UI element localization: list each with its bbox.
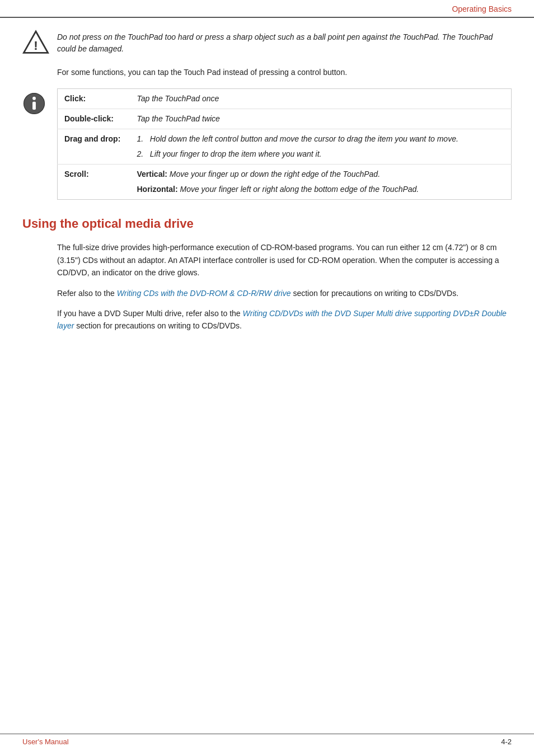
scroll-horizontal: Horizontal: Move your finger left or rig…: [137, 184, 505, 195]
label-drag-drop: Drag and drop:: [58, 129, 130, 165]
value-scroll: Vertical: Move your finger up or down th…: [130, 165, 512, 200]
value-click: Tap the TouchPad once: [130, 89, 512, 109]
svg-point-3: [32, 97, 36, 100]
table-row: Double-click: Tap the TouchPad twice: [58, 109, 512, 129]
page-container: Operating Basics ! Do not press on the T…: [0, 0, 534, 756]
scroll-vertical: Vertical: Move your finger up or down th…: [137, 168, 505, 180]
label-scroll: Scroll:: [58, 165, 130, 200]
svg-rect-4: [32, 102, 36, 110]
footer: User's Manual 4-2: [0, 734, 534, 746]
vertical-label: Vertical:: [137, 170, 167, 179]
drag-step2: 2. Lift your finger to drop the item whe…: [137, 148, 505, 160]
body-para-2: Refer also to the Writing CDs with the D…: [57, 287, 512, 299]
content-area: ! Do not press on the TouchPad too hard …: [0, 18, 534, 363]
touchpad-table: Click: Tap the TouchPad once Double-clic…: [57, 88, 512, 200]
para2-pre: Refer also to the: [57, 289, 117, 298]
table-row: Scroll: Vertical: Move your finger up or…: [58, 165, 512, 200]
horizontal-label: Horizontal:: [137, 185, 178, 194]
warning-icon: !: [22, 29, 49, 56]
label-click: Click:: [58, 89, 130, 109]
para2-link[interactable]: Writing CDs with the DVD-ROM & CD-R/RW d…: [117, 289, 291, 298]
warning-text: Do not press on the TouchPad too hard or…: [57, 29, 512, 55]
para3-pre: If you have a DVD Super Multi drive, ref…: [57, 309, 243, 318]
table-row: Click: Tap the TouchPad once: [58, 89, 512, 109]
info-icon-cell: [22, 88, 57, 117]
vertical-text: Move your finger up or down the right ed…: [167, 170, 380, 179]
footer-left: User's Manual: [22, 738, 69, 746]
header-title: Operating Basics: [452, 4, 512, 13]
body-para-3: If you have a DVD Super Multi drive, ref…: [57, 307, 512, 332]
header-bar: Operating Basics: [0, 0, 534, 18]
touchpad-table-wrapper: Click: Tap the TouchPad once Double-clic…: [22, 88, 512, 200]
value-drag-drop: 1. Hold down the left control button and…: [130, 129, 512, 165]
horizontal-text: Move your finger left or right along the…: [178, 185, 419, 194]
para2-post: section for precautions on writing to CD…: [291, 289, 459, 298]
info-paragraph: For some functions, you can tap the Touc…: [57, 66, 512, 78]
footer-right: 4-2: [501, 738, 512, 746]
svg-text:!: !: [34, 39, 38, 53]
para3-post: section for precautions on writing to CD…: [74, 321, 242, 330]
value-double-click: Tap the TouchPad twice: [130, 109, 512, 129]
body-para-1: The full-size drive provides high-perfor…: [57, 241, 512, 279]
label-double-click: Double-click:: [58, 109, 130, 129]
table-row: Drag and drop: 1. Hold down the left con…: [58, 129, 512, 165]
warning-box: ! Do not press on the TouchPad too hard …: [22, 29, 512, 56]
drag-step1: 1. Hold down the left control button and…: [137, 133, 505, 145]
section-heading: Using the optical media drive: [22, 217, 512, 231]
